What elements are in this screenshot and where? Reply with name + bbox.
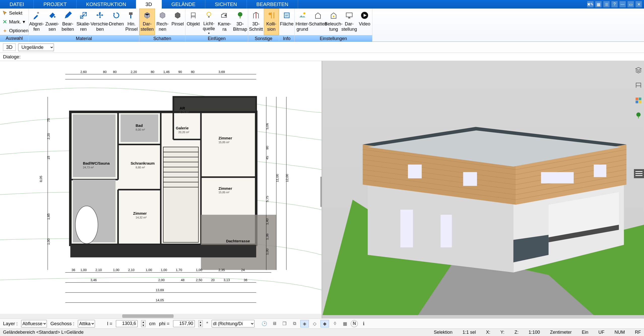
area-icon: m²	[282, 10, 292, 20]
svg-rect-17	[346, 13, 352, 17]
status-z: Z:	[514, 330, 519, 335]
layer-select[interactable]: Abfluesse	[21, 320, 47, 327]
pane-2d[interactable]: 2,60 80 80 2,20 80 1,46 90 80 3,69	[0, 61, 323, 318]
btn-rechnen[interactable]: Rech- nen	[155, 9, 170, 35]
tab-projekt[interactable]: PROJEKT	[34, 0, 76, 9]
titlebar-layers-icon[interactable]: ≣	[603, 1, 610, 8]
btn-label: Dar- stellen	[141, 21, 154, 32]
monitor2-icon[interactable]: 🖥	[270, 320, 279, 327]
grid-icon[interactable]: ▦	[341, 320, 349, 327]
phi-spinner[interactable]: ▲▼	[198, 320, 203, 327]
house-light-icon	[329, 10, 339, 20]
scrollbar-thumb[interactable]	[122, 314, 174, 318]
splitter-handle[interactable]	[320, 177, 323, 207]
l-input[interactable]	[116, 320, 138, 327]
svg-rect-141	[408, 165, 422, 178]
svg-text:14,32 m²: 14,32 m²	[136, 216, 147, 219]
select-urgelaende[interactable]: Urgelände	[18, 44, 54, 51]
info-icon[interactable]: ℹ	[359, 320, 368, 327]
btn-beleuchtung[interactable]: Beleuch- tung	[326, 9, 341, 35]
svg-text:1,46: 1,46	[163, 70, 170, 74]
chip-3d[interactable]: 3D	[3, 44, 16, 51]
svg-text:Bad: Bad	[136, 123, 143, 128]
btn-label: Dar- stellung	[341, 21, 357, 32]
l-spinner[interactable]: ▲▼	[141, 320, 146, 327]
layer-all-icon[interactable]: ◆	[320, 320, 329, 327]
tab-3d[interactable]: 3D	[136, 0, 162, 9]
layer-top-icon[interactable]: ◈	[300, 320, 309, 327]
btn-bearbeiten[interactable]: Bear- beiten	[60, 9, 76, 35]
minimize-icon[interactable]: —	[619, 1, 626, 8]
btn-verschieben[interactable]: Verschie- ben	[91, 9, 109, 35]
phi-input[interactable]	[173, 320, 195, 327]
btn-drehen[interactable]: Drehen	[109, 9, 124, 35]
btn-label: Schatten	[309, 21, 327, 27]
layers-icon[interactable]	[634, 66, 643, 74]
tab-sichten[interactable]: SICHTEN	[205, 0, 247, 9]
btn-skalieren[interactable]: Skalie- ren	[76, 9, 91, 35]
side-drawer-handle[interactable]	[634, 169, 644, 178]
stack-icon[interactable]: ❒	[280, 320, 289, 327]
btn-schatten2[interactable]: Schatten	[310, 9, 326, 35]
status-x: X:	[486, 330, 490, 335]
status-unit: Zentimeter	[550, 330, 572, 335]
pane-3d[interactable]	[323, 61, 644, 318]
btn-pinsel[interactable]: Pinsel	[170, 9, 185, 35]
tab-bearbeiten[interactable]: BEARBEITEN	[247, 0, 298, 9]
svg-text:80: 80	[103, 70, 107, 74]
close-icon[interactable]: ✕	[635, 1, 642, 8]
svg-text:80: 80	[265, 146, 269, 150]
hscrollbar[interactable]	[0, 314, 321, 318]
floor-plan[interactable]: 2,60 80 80 2,20 80 1,46 90 80 3,69	[0, 61, 321, 318]
rotate-icon	[111, 10, 121, 20]
btn-lichtquelle[interactable]: Licht- quelle▾	[201, 9, 217, 35]
3d-scene[interactable]	[323, 61, 644, 318]
status-scale: 1:100	[529, 330, 540, 335]
btn-zuweisen[interactable]: Zuwei- sen	[44, 9, 60, 35]
group-sonstige: 3D- Schnitt Kolli- sion Sonstige	[248, 9, 279, 42]
tree2-icon[interactable]	[634, 111, 643, 120]
btn-objekt[interactable]: Objekt	[185, 9, 201, 35]
tab-datei[interactable]: DATEI	[0, 0, 34, 9]
svg-text:1,00: 1,00	[265, 249, 269, 255]
layer-mid-icon[interactable]: ◇	[310, 320, 319, 327]
dl-select[interactable]: dl (Richtung/Di	[212, 320, 254, 327]
btn-darstellen[interactable]: Dar- stellen	[139, 9, 155, 35]
tab-konstruktion[interactable]: KONSTRUKTION	[77, 0, 136, 9]
side-mark[interactable]: Mark. ▾	[0, 17, 28, 26]
btn-darstellung[interactable]: Dar- stellung	[341, 9, 357, 35]
svg-text:1,00: 1,00	[196, 268, 202, 272]
btn-abgreifen[interactable]: Abgrei- fen	[29, 9, 44, 35]
north-n-icon[interactable]: N	[351, 320, 358, 327]
svg-point-10	[238, 12, 242, 17]
palette-icon[interactable]	[634, 96, 643, 105]
svg-rect-150	[636, 83, 641, 86]
restore-icon[interactable]: ▭	[627, 1, 634, 8]
side-optionen[interactable]: ＋ Optionen	[0, 26, 28, 35]
btn-kollision[interactable]: Kolli- sion	[264, 9, 279, 35]
copy-icon[interactable]: ⧉	[290, 320, 299, 327]
svg-text:1,00: 1,00	[47, 239, 50, 245]
btn-3dschnitt[interactable]: 3D- Schnitt	[248, 9, 264, 35]
side-selekt[interactable]: Selekt	[0, 9, 28, 17]
svg-text:80: 80	[151, 70, 154, 74]
titlebar-tools-icon[interactable]: ✖✎	[587, 1, 594, 8]
dropper-icon	[31, 10, 42, 20]
btn-3dbitmap[interactable]: 3D- Bitmap	[232, 9, 248, 35]
btn-kamera[interactable]: Kame- ra	[217, 9, 232, 35]
layer-off-icon[interactable]: ◊	[331, 320, 339, 327]
titlebar-help-icon[interactable]: ?	[611, 1, 618, 8]
btn-hinpinsel[interactable]: Hin. Pinsel	[124, 9, 139, 35]
side-selekt-label: Selekt	[9, 10, 22, 16]
geschoss-select[interactable]: Attika	[78, 320, 95, 327]
clock-icon[interactable]: 🕑	[260, 320, 269, 327]
btn-flaeche[interactable]: m²Fläche	[279, 9, 294, 35]
status-ein: Ein	[582, 330, 588, 335]
svg-text:Schrankraum: Schrankraum	[131, 161, 154, 165]
furniture-icon[interactable]	[634, 81, 643, 90]
tab-gelaende[interactable]: GELÄNDE	[162, 0, 205, 9]
status-uf: UF	[598, 330, 604, 335]
btn-hintergrund[interactable]: Hinter- grund	[295, 9, 310, 35]
btn-video[interactable]: Video	[357, 9, 372, 35]
titlebar-grid-icon[interactable]: ▦	[595, 1, 602, 8]
